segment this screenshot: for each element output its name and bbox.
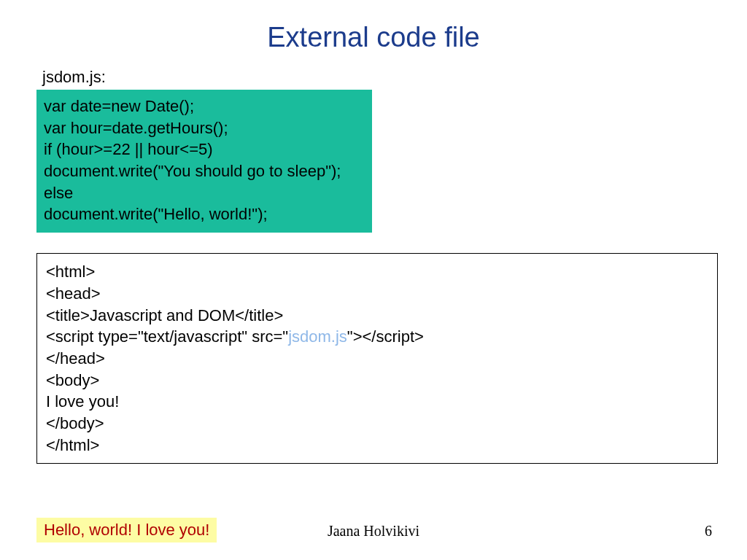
code-fragment: <script type="text/javascript" src=" bbox=[46, 327, 288, 346]
code-line: if (hour>=22 || hour<=5) bbox=[44, 139, 365, 160]
footer-page-number: 6 bbox=[705, 523, 712, 540]
code-line: <head> bbox=[46, 283, 708, 305]
code-line: </html> bbox=[46, 435, 708, 456]
code-line: <body> bbox=[46, 370, 708, 392]
code-fragment: "></scr bbox=[347, 327, 398, 346]
code-src-link: jsdom.js bbox=[288, 327, 347, 346]
code-line: else bbox=[44, 182, 365, 204]
code-line: document.write("Hello, world!"); bbox=[44, 203, 365, 225]
code-line: <script type="text/javascript" src="jsdo… bbox=[46, 326, 708, 348]
slide-title: External code file bbox=[0, 0, 747, 68]
code-line: <html> bbox=[46, 261, 708, 283]
js-code-block: var date=new Date(); var hour=date.getHo… bbox=[36, 90, 372, 233]
code-line: </body> bbox=[46, 413, 708, 435]
js-filename-label: jsdom.js: bbox=[42, 68, 747, 87]
footer-author: Jaana Holvikivi bbox=[0, 523, 747, 540]
code-fragment: ipt> bbox=[398, 327, 424, 346]
code-line: <title>Javascript and DOM</title> bbox=[46, 305, 708, 327]
code-line: var hour=date.getHours(); bbox=[44, 117, 365, 139]
code-line: document.write("You should go to sleep")… bbox=[44, 160, 365, 182]
code-line: I love you! bbox=[46, 391, 708, 413]
html-code-block: <html> <head> <title>Javascript and DOM<… bbox=[36, 253, 718, 464]
code-line: </head> bbox=[46, 348, 708, 370]
code-line: var date=new Date(); bbox=[44, 96, 365, 117]
